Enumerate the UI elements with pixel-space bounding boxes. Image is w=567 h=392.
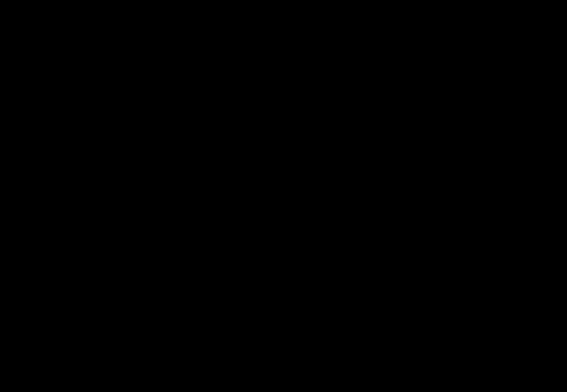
deg-colorbar: [471, 152, 492, 238]
electron-energy-spectrogram: [115, 39, 461, 119]
quality-distance-plot: [115, 278, 461, 375]
pitch-angle-heatmap: [115, 143, 461, 248]
plot-page: [0, 0, 567, 392]
def-colorbar: [471, 42, 492, 112]
